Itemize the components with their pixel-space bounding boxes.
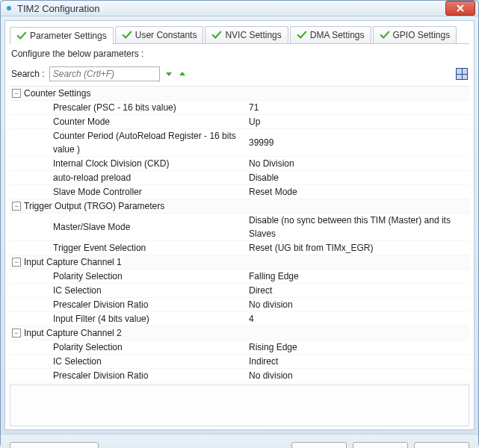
window-title: TIM2 Configuration [17,3,445,14]
table-row[interactable]: Internal Clock Division (CKD)No Division [10,157,469,171]
tab-user-constants[interactable]: User Constants [115,26,204,43]
prop-value: 39999 [249,136,469,149]
prop-label: Prescaler (PSC - 16 bits value) [53,101,249,114]
cancel-button[interactable]: Cancel [414,442,469,448]
group-counter-settings[interactable]: − Counter Settings [10,87,469,101]
restore-default-button[interactable]: Restore Default [10,442,99,448]
check-icon [16,31,27,41]
prop-label: Polarity Selection [53,340,249,354]
grid-view-button[interactable] [456,68,468,80]
prop-value: 4 [249,312,469,326]
prop-label: IC Selection [53,284,249,297]
table-row[interactable]: Polarity SelectionFalling Edge [10,270,469,284]
apply-button[interactable]: Apply [291,442,347,448]
prop-label: Slave Mode Controller [53,185,249,199]
group-label: Counter Settings [24,87,90,100]
check-icon [380,30,390,40]
search-row: Search : [10,65,469,86]
table-row[interactable]: Trigger Event SelectionReset (UG bit fro… [10,241,469,255]
prop-value: No Division [249,157,469,170]
tab-label: GPIO Settings [393,30,451,40]
collapse-icon[interactable]: − [12,89,21,98]
tab-bar: Parameter Settings User Constants NVIC S… [10,24,469,44]
table-row[interactable]: Prescaler Division RatioNo division [10,369,469,383]
arrow-up-icon [178,69,187,78]
app-bullet-icon [7,6,11,10]
table-row[interactable]: Counter Period (AutoReload Register - 16… [10,129,469,157]
table-row[interactable]: Master/Slave ModeDisable (no sync betwee… [10,214,469,241]
prop-value: Indirect [249,355,469,368]
prop-label: Counter Period (AutoReload Register - 16… [53,129,249,156]
prop-label: Trigger Event Selection [53,241,249,255]
group-input-capture-2[interactable]: − Input Capture Channel 2 [10,326,469,340]
check-icon [122,30,132,40]
prop-value: Direct [249,284,469,297]
table-row[interactable]: Input Filter (4 bits value)4 [10,312,469,326]
search-label: Search : [11,69,45,79]
tab-nvic-settings[interactable]: NVIC Settings [205,26,288,43]
prop-label: Prescaler Division Ratio [53,298,249,311]
close-icon [457,4,464,12]
table-row[interactable]: Polarity SelectionRising Edge [10,340,469,355]
tab-gpio-settings[interactable]: GPIO Settings [373,26,457,43]
prop-label: Polarity Selection [53,270,249,283]
search-prev-button[interactable] [178,69,187,78]
check-icon [297,30,307,40]
table-row[interactable]: Slave Mode ControllerReset Mode [10,185,469,199]
check-icon [211,30,222,40]
prop-value: Disable (no sync between this TIM (Maste… [249,214,469,240]
table-row[interactable]: auto-reload preloadDisable [10,171,469,185]
group-trigger-output[interactable]: − Trigger Output (TRGO) Parameters [10,199,469,214]
table-row[interactable]: Prescaler Division RatioNo division [10,298,469,312]
prop-label: Master/Slave Mode [53,220,249,234]
table-row[interactable]: Prescaler (PSC - 16 bits value)71 [10,101,469,115]
arrow-down-icon [164,69,173,78]
prop-value: Up [249,115,469,128]
prop-value: No division [249,369,469,382]
prop-value: No division [249,298,469,311]
property-tree: − Counter Settings Prescaler (PSC - 16 b… [10,86,469,383]
tab-label: User Constants [135,30,197,40]
tab-parameter-settings[interactable]: Parameter Settings [10,27,114,44]
prop-label: auto-reload preload [53,171,249,184]
tab-label: Parameter Settings [30,31,107,41]
instruction-text: Configure the below parameters : [10,44,469,65]
group-label: Input Capture Channel 1 [24,255,122,269]
close-button[interactable] [445,1,475,16]
search-input[interactable] [49,66,160,81]
collapse-icon[interactable]: − [12,258,21,267]
table-row[interactable]: Counter ModeUp [10,115,469,129]
prop-value: Falling Edge [249,270,469,283]
content-area: Parameter Settings User Constants NVIC S… [4,20,475,430]
button-bar: Restore Default Apply Ok Cancel [1,434,478,448]
prop-label: Prescaler Division Ratio [53,369,249,382]
collapse-icon[interactable]: − [12,202,21,211]
prop-value: Disable [249,171,469,184]
table-row[interactable]: IC SelectionIndirect [10,355,469,369]
prop-value: 71 [249,101,469,114]
tab-dma-settings[interactable]: DMA Settings [290,26,371,43]
prop-value: Reset (UG bit from TIMx_EGR) [249,241,469,255]
prop-value: Reset Mode [249,185,469,199]
config-window: TIM2 Configuration Parameter Settings Us… [0,0,479,448]
search-next-button[interactable] [164,69,173,78]
ok-button[interactable]: Ok [353,442,408,448]
group-label: Trigger Output (TRGO) Parameters [24,199,164,213]
group-input-capture-1[interactable]: − Input Capture Channel 1 [10,255,469,270]
prop-label: Input Filter (4 bits value) [53,312,249,326]
prop-label: IC Selection [53,355,249,368]
prop-value: Rising Edge [249,340,469,354]
tab-label: NVIC Settings [225,30,281,40]
prop-label: Internal Clock Division (CKD) [53,157,249,170]
tab-label: DMA Settings [310,30,365,40]
prop-label: Counter Mode [53,115,249,128]
collapse-icon[interactable]: − [12,329,21,337]
group-label: Input Capture Channel 2 [24,326,122,340]
titlebar: TIM2 Configuration [1,1,478,16]
description-panel [10,385,469,426]
table-row[interactable]: IC SelectionDirect [10,284,469,298]
